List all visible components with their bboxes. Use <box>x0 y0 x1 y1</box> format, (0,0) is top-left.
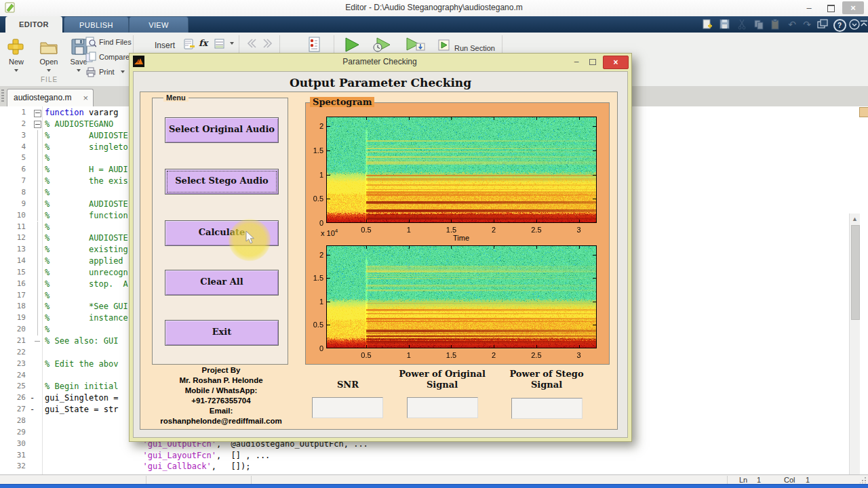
open-dropdown-icon[interactable] <box>47 69 51 72</box>
dialog-maximize-button[interactable] <box>585 56 600 68</box>
new-script-icon[interactable] <box>701 18 715 30</box>
line-value: 1 <box>757 476 761 484</box>
ribbon-tab-row: EDITOR PUBLISH VIEW ↶ ↷ ? <box>0 16 868 33</box>
insert-doc-icon[interactable] <box>183 38 195 50</box>
dock-grip[interactable] <box>1 89 4 103</box>
y-tick-label: 2 <box>307 251 323 259</box>
find-files-icon <box>85 37 96 47</box>
collapse-icon[interactable] <box>860 18 868 30</box>
credits-line: Mr. Roshan P. Helonde <box>149 375 294 386</box>
y-tick-label: 1.5 <box>307 146 323 155</box>
y-tick-label: 0 <box>307 344 323 352</box>
insert-dropdown-icon[interactable] <box>230 42 234 45</box>
y-tick-label: 0.5 <box>307 321 323 329</box>
paste-icon[interactable] <box>769 18 783 30</box>
x-tick-label: 1 <box>399 351 419 359</box>
file-group-label: FILE <box>41 76 58 83</box>
credits-line: Email: <box>149 406 294 416</box>
scroll-thumb[interactable] <box>851 225 860 320</box>
y-tick-label: 0 <box>307 219 323 227</box>
new-button[interactable]: New <box>1 58 31 66</box>
switch-window-icon[interactable] <box>816 18 830 30</box>
original-spectrogram-plot <box>326 117 597 223</box>
power-stego-field[interactable] <box>511 398 583 419</box>
new-dropdown-icon[interactable] <box>14 69 18 72</box>
resize-grip[interactable] <box>860 477 866 483</box>
column-value: 1 <box>806 476 810 484</box>
status-bar: Ln 1 Col 1 <box>0 474 868 485</box>
x-tick-label: 2.5 <box>526 351 547 359</box>
parameter-checking-dialog: Parameter Checking – × Output Parameter … <box>129 53 632 442</box>
undo-icon[interactable]: ↶ <box>785 18 799 30</box>
save-dropdown-icon[interactable] <box>77 69 81 72</box>
fold-toggle-icon[interactable] <box>34 121 41 128</box>
editor-scrollbar[interactable]: ▲ ▼ <box>849 214 860 488</box>
snr-label: SNR <box>317 380 378 390</box>
window-title: Editor - D:\Audio Steganography\audioste… <box>0 3 868 12</box>
credits-line: roshanphelonde@rediffmail.com <box>149 416 294 426</box>
x-tick-label: 2.5 <box>526 226 547 234</box>
x-tick-label: 1 <box>399 226 419 234</box>
tab-close-icon[interactable]: × <box>83 89 88 106</box>
calculate-button[interactable]: Calculate <box>165 220 279 246</box>
tab-view[interactable]: VIEW <box>129 16 189 33</box>
scroll-up-icon[interactable]: ▲ <box>850 214 860 224</box>
copy-icon[interactable] <box>753 18 766 30</box>
y-tick-label: 1.5 <box>307 274 323 282</box>
column-label: Col <box>784 476 795 484</box>
print-dropdown-icon[interactable] <box>121 70 125 73</box>
dialog-titlebar[interactable]: Parameter Checking – × <box>130 54 630 70</box>
indent-left-icon[interactable] <box>245 38 258 49</box>
menu-panel-label: Menu <box>163 94 189 102</box>
open-folder-icon[interactable] <box>39 39 58 55</box>
fold-toggle-icon[interactable] <box>34 110 41 117</box>
editor-tab[interactable]: audiostegano.m × <box>7 89 94 106</box>
run-icon[interactable] <box>342 37 361 53</box>
dialog-minimize-button[interactable]: – <box>569 56 584 68</box>
run-time-icon[interactable] <box>372 37 393 53</box>
save-icon[interactable] <box>719 18 732 30</box>
snr-field[interactable] <box>312 397 383 418</box>
help-icon[interactable]: ? <box>833 18 846 30</box>
open-button[interactable]: Open <box>34 58 64 66</box>
run-section-icon[interactable] <box>438 39 452 52</box>
find-files-button[interactable]: Find Files <box>99 38 132 46</box>
run-advance-icon[interactable] <box>404 37 427 53</box>
x-tick-label: 2 <box>484 351 504 359</box>
breakpoints-icon[interactable] <box>307 37 321 53</box>
cut-icon[interactable] <box>736 18 750 30</box>
time-axis-label: Time <box>448 234 475 242</box>
credits-line: Project By <box>149 365 294 375</box>
tab-publish[interactable]: PUBLISH <box>64 16 129 33</box>
power-original-label: Power of Original Signal <box>398 369 486 390</box>
maximize-button[interactable] <box>821 1 841 14</box>
spectrogram-panel-label: Spectogram <box>310 97 374 107</box>
y-tick-label: 0.5 <box>307 195 323 203</box>
section-icon[interactable] <box>214 38 226 50</box>
dialog-close-button[interactable]: × <box>603 56 629 69</box>
close-button[interactable]: × <box>842 1 864 14</box>
insert-label: Insert <box>155 41 175 50</box>
spectrogram-panel: Spectogram x 104 Time 21.510.500.511.522… <box>305 102 610 365</box>
redo-icon[interactable]: ↷ <box>800 18 814 30</box>
dialog-title: Parameter Checking <box>130 57 630 66</box>
run-section-button[interactable]: Run Section <box>454 44 495 52</box>
clear-all-button[interactable]: Clear All <box>165 270 279 296</box>
minimize-button[interactable]: – <box>799 1 819 14</box>
select-original-audio-button[interactable]: Select Original Audio <box>165 117 279 143</box>
indent-right-icon[interactable] <box>262 38 274 49</box>
exit-button[interactable]: Exit <box>165 320 279 346</box>
select-stego-audio-button[interactable]: Select Stego Audio <box>165 169 279 195</box>
tab-editor[interactable]: EDITOR <box>5 16 62 33</box>
y-tick-label: 2 <box>307 122 323 130</box>
stego-spectrogram-plot <box>326 245 597 348</box>
print-button[interactable]: Print <box>99 68 115 76</box>
fx-icon[interactable]: fx <box>199 38 208 48</box>
document-bar-marker[interactable] <box>859 107 868 117</box>
new-plus-icon[interactable] <box>7 38 24 56</box>
compare-button[interactable]: Compare <box>99 53 130 61</box>
credits-line: +91-7276355704 <box>149 396 294 406</box>
y-tick-label: 1 <box>307 171 323 179</box>
power-original-field[interactable] <box>407 397 478 418</box>
x-tick-label: 0.5 <box>356 226 376 234</box>
